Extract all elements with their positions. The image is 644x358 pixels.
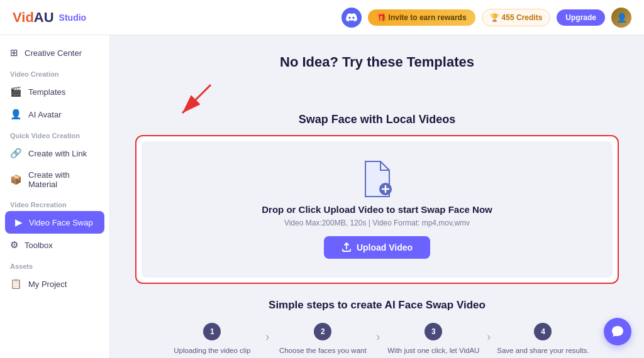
chat-icon bbox=[611, 325, 625, 339]
grid-icon: ⊞ bbox=[10, 47, 18, 58]
create-material-label: Create with Material bbox=[28, 170, 99, 189]
creative-center-label: Creative Center bbox=[25, 48, 82, 58]
page-title: No Idea? Try these Templates bbox=[135, 54, 619, 70]
step-4-number: 4 bbox=[534, 323, 552, 340]
video-face-swap-label: Video Face Swap bbox=[29, 218, 93, 227]
content-area: No Idea? Try these Templates Swap Face w… bbox=[110, 35, 644, 358]
steps-title: Simple steps to create AI Face Swap Vide… bbox=[135, 299, 619, 312]
invite-icon: 🎁 bbox=[377, 13, 386, 22]
avatar[interactable]: 👤 bbox=[611, 8, 631, 28]
sidebar-item-toolbox[interactable]: ⚙ Toolbox bbox=[0, 234, 109, 256]
main-layout: ⊞ Creative Center Video Creation 🎬 Templ… bbox=[0, 35, 644, 358]
upload-subtitle: Video Max:200MB, 120s | Video Format: mp… bbox=[284, 219, 470, 227]
credits-value: 455 Credits bbox=[502, 13, 543, 22]
section-video-creation: Video Creation bbox=[0, 64, 109, 80]
step-1-text: Uploading the video clip whose character… bbox=[165, 345, 259, 358]
svg-line-1 bbox=[182, 85, 211, 113]
step-arrow-1: › bbox=[259, 330, 275, 344]
upload-btn-label: Upload Video bbox=[357, 242, 413, 252]
sidebar-item-create-material[interactable]: 📦 Create with Material bbox=[0, 165, 109, 195]
templates-icon: 🎬 bbox=[10, 86, 22, 97]
sidebar-item-create-link[interactable]: 🔗 Create with Link bbox=[0, 142, 109, 165]
logo: VidAU bbox=[13, 9, 54, 26]
step-3-text: With just one click, let VidAU generate … bbox=[386, 345, 480, 358]
toolbox-label: Toolbox bbox=[25, 241, 53, 250]
upgrade-button[interactable]: Upgrade bbox=[557, 9, 605, 26]
upload-title: Drop or Click Upload Video to start Swap… bbox=[262, 204, 492, 215]
invite-label: Invite to earn rewards bbox=[389, 13, 467, 22]
step-3: 3 With just one click, let VidAU generat… bbox=[386, 323, 480, 358]
header: VidAU Studio 🎁 Invite to earn rewards 🏆 … bbox=[0, 0, 644, 35]
chat-button[interactable] bbox=[604, 318, 631, 345]
step-arrow-3: › bbox=[480, 330, 497, 344]
step-arrow-2: › bbox=[370, 330, 386, 344]
credits-icon: 🏆 bbox=[490, 13, 499, 22]
ai-avatar-label: AI Avatar bbox=[28, 110, 62, 119]
header-right: 🎁 Invite to earn rewards 🏆 455 Credits U… bbox=[341, 8, 631, 28]
step-4-text: Save and share your results. bbox=[497, 345, 589, 355]
sidebar-item-creative-center[interactable]: ⊞ Creative Center bbox=[0, 41, 109, 64]
step-1-number: 1 bbox=[203, 323, 221, 340]
toolbox-icon: ⚙ bbox=[10, 239, 18, 251]
discord-button[interactable] bbox=[341, 8, 362, 28]
step-1: 1 Uploading the video clip whose charact… bbox=[165, 323, 259, 358]
credits-display[interactable]: 🏆 455 Credits bbox=[482, 9, 551, 26]
face-swap-icon: ▶ bbox=[15, 217, 23, 228]
red-arrow-icon bbox=[173, 82, 223, 119]
material-icon: 📦 bbox=[10, 174, 22, 185]
link-icon: 🔗 bbox=[10, 148, 22, 159]
upload-box-wrapper[interactable]: Drop or Click Upload Video to start Swap… bbox=[135, 135, 619, 284]
section-video-recreation: Video Recreation bbox=[0, 195, 109, 211]
step-2-number: 2 bbox=[314, 323, 331, 340]
sidebar-item-ai-avatar[interactable]: 👤 AI Avatar bbox=[0, 103, 109, 126]
project-icon: 📋 bbox=[10, 278, 22, 290]
upload-icon bbox=[341, 242, 352, 252]
studio-label: Studio bbox=[59, 13, 87, 23]
sidebar-item-my-project[interactable]: 📋 My Project bbox=[0, 273, 109, 295]
step-2-text: Choose the faces you want to swap with. bbox=[275, 345, 370, 358]
upload-box[interactable]: Drop or Click Upload Video to start Swap… bbox=[142, 141, 613, 278]
avatar-icon: 👤 bbox=[10, 109, 22, 120]
step-3-number: 3 bbox=[425, 323, 442, 340]
templates-label: Templates bbox=[28, 87, 65, 97]
section-quick-creation: Quick Video Creation bbox=[0, 126, 109, 142]
invite-rewards-button[interactable]: 🎁 Invite to earn rewards bbox=[368, 9, 475, 26]
avatar-initial: 👤 bbox=[616, 13, 627, 23]
sidebar-item-video-face-swap[interactable]: ▶ Video Face Swap bbox=[5, 211, 104, 234]
sidebar-item-templates[interactable]: 🎬 Templates bbox=[0, 80, 109, 103]
create-link-label: Create with Link bbox=[28, 149, 87, 158]
logo-area: VidAU Studio bbox=[13, 9, 86, 26]
upload-video-button[interactable]: Upload Video bbox=[324, 236, 430, 259]
file-upload-icon bbox=[362, 160, 393, 198]
sidebar: ⊞ Creative Center Video Creation 🎬 Templ… bbox=[0, 35, 110, 358]
step-2: 2 Choose the faces you want to swap with… bbox=[275, 323, 370, 358]
my-project-label: My Project bbox=[28, 279, 67, 289]
section-assets: Assets bbox=[0, 256, 109, 273]
steps-row: 1 Uploading the video clip whose charact… bbox=[135, 323, 619, 358]
step-4: 4 Save and share your results. bbox=[497, 323, 589, 355]
